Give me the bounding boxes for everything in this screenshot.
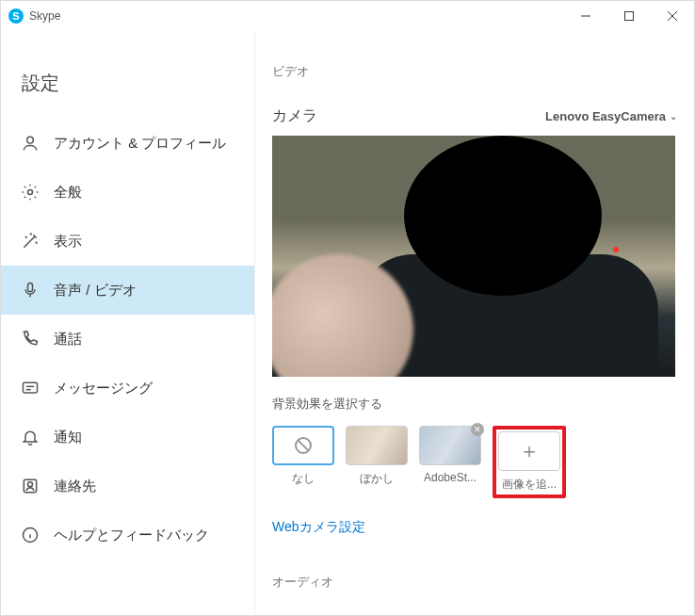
camera-select[interactable]: Lenovo EasyCamera ⌄	[545, 109, 677, 123]
maximize-button[interactable]	[607, 1, 651, 31]
sidebar-item-label: ヘルプとフィードバック	[54, 527, 209, 544]
maximize-icon	[624, 11, 634, 21]
background-options-row: なし ぼかし AdobeSt... ＋ 画像を追...	[272, 426, 677, 498]
close-icon	[668, 11, 677, 21]
contacts-icon	[20, 477, 40, 495]
sidebar-item-label: 通知	[54, 429, 82, 446]
bg-option-add-image[interactable]: ＋ 画像を追...	[498, 431, 560, 493]
sidebar-item-messaging[interactable]: メッセージング	[1, 364, 254, 413]
minimize-button[interactable]	[564, 1, 607, 31]
bg-thumb-image	[419, 426, 481, 465]
bg-caption: なし	[292, 471, 315, 487]
sidebar-item-account[interactable]: アカウント & プロフィール	[1, 119, 254, 168]
window-title: Skype	[29, 9, 60, 23]
bg-option-none[interactable]: なし	[272, 426, 334, 487]
svg-point-8	[36, 242, 37, 243]
account-icon	[20, 134, 40, 153]
phone-icon	[20, 330, 40, 349]
bg-option-blur[interactable]: ぼかし	[346, 426, 408, 487]
microphone-icon	[20, 281, 40, 300]
svg-rect-11	[24, 382, 38, 393]
sidebar-item-label: 表示	[54, 233, 82, 251]
webcam-settings-link[interactable]: Webカメラ設定	[272, 519, 365, 536]
info-icon	[20, 526, 40, 544]
bg-thumb-add: ＋	[498, 431, 560, 471]
svg-point-4	[27, 137, 34, 143]
audio-section-header: オーディオ	[272, 574, 677, 591]
titlebar: S Skype	[1, 1, 694, 31]
sidebar-item-label: 音声 / ビデオ	[54, 282, 137, 300]
settings-header: 設定	[1, 59, 254, 119]
bg-caption: 画像を追...	[502, 477, 557, 493]
skype-window: S Skype 設定 アカウント & プロフィール	[0, 0, 695, 616]
svg-point-6	[25, 236, 26, 237]
gear-icon	[20, 183, 40, 202]
camera-preview	[272, 136, 675, 377]
svg-point-7	[30, 234, 31, 235]
main-panel: ビデオ カメラ Lenovo EasyCamera ⌄ 背景効果を選択する なし	[255, 31, 694, 615]
svg-point-5	[28, 190, 33, 195]
svg-rect-1	[625, 12, 634, 21]
sidebar-item-contacts[interactable]: 連絡先	[1, 462, 254, 511]
bg-thumb-blur	[346, 426, 408, 465]
plus-icon: ＋	[519, 437, 540, 465]
camera-selected-value: Lenovo EasyCamera	[545, 109, 666, 123]
minimize-icon	[581, 11, 590, 21]
sidebar-item-appearance[interactable]: 表示	[1, 217, 254, 266]
skype-logo-icon: S	[8, 8, 24, 24]
chevron-down-icon: ⌄	[670, 111, 677, 122]
bg-option-image[interactable]: AdobeSt...	[419, 426, 481, 484]
bg-thumb-none	[272, 426, 334, 465]
sidebar-item-general[interactable]: 全般	[1, 168, 254, 217]
svg-rect-9	[28, 284, 33, 292]
sidebar-item-notifications[interactable]: 通知	[1, 413, 254, 462]
sidebar-item-label: メッセージング	[54, 380, 153, 397]
bg-caption: ぼかし	[360, 471, 394, 487]
sidebar-item-audio-video[interactable]: 音声 / ビデオ	[1, 266, 254, 315]
sidebar-item-help[interactable]: ヘルプとフィードバック	[1, 511, 254, 559]
wand-icon	[20, 232, 40, 251]
bg-caption: AdobeSt...	[424, 471, 477, 484]
background-effect-label: 背景効果を選択する	[272, 396, 677, 413]
none-icon	[295, 437, 312, 454]
sidebar-item-label: 連絡先	[54, 478, 96, 495]
bell-icon	[20, 428, 40, 446]
sidebar-item-label: 通話	[54, 331, 82, 349]
sidebar-item-calling[interactable]: 通話	[1, 315, 254, 364]
message-icon	[20, 379, 40, 397]
highlight-annotation: ＋ 画像を追...	[493, 426, 566, 498]
close-button[interactable]	[651, 1, 694, 31]
settings-sidebar: 設定 アカウント & プロフィール 全般 表示	[1, 31, 255, 615]
svg-point-15	[28, 482, 33, 487]
camera-label: カメラ	[272, 106, 317, 126]
video-section-header: ビデオ	[272, 63, 677, 80]
sidebar-item-label: アカウント & プロフィール	[54, 135, 226, 153]
sidebar-item-label: 全般	[54, 184, 82, 202]
